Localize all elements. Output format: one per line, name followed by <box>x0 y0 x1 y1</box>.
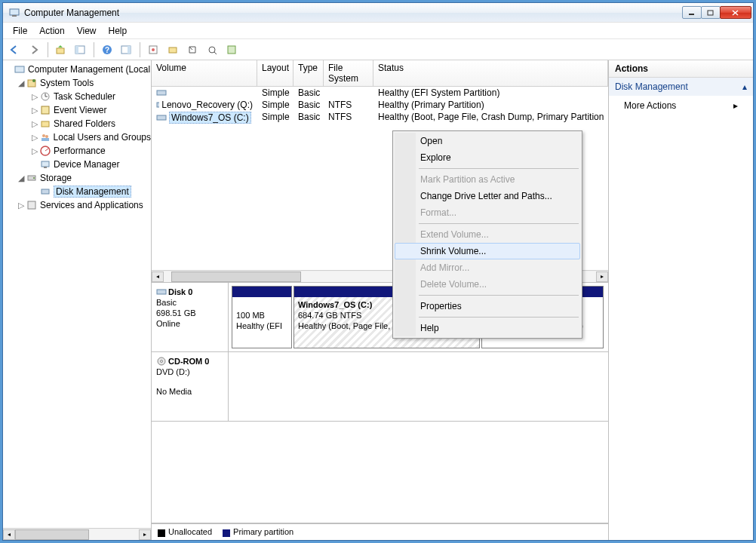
scroll-thumb[interactable] <box>171 272 301 282</box>
tree-pane: Computer Management (Local ◢System Tools… <box>3 60 152 540</box>
svg-point-16 <box>209 47 215 53</box>
cdrom-state: No Media <box>156 386 223 397</box>
volume-row[interactable]: Lenovo_Recovery (Q:)SimpleBasicNTFSHealt… <box>152 99 608 111</box>
tree-device-manager[interactable]: Device Manager <box>3 158 151 171</box>
svg-rect-40 <box>157 115 166 120</box>
context-mark-partition-active: Mark Partition as Active <box>395 171 580 188</box>
tree-performance[interactable]: ▷Performance <box>3 144 151 158</box>
window-title: Computer Management <box>24 8 683 18</box>
svg-point-43 <box>161 360 163 363</box>
column-type[interactable]: Type <box>293 60 324 86</box>
menu-view[interactable]: View <box>71 24 103 38</box>
context-menu: Open Explore Mark Partition as Active Ch… <box>392 130 582 339</box>
context-properties[interactable]: Properties <box>395 298 580 314</box>
volume-row[interactable]: Windows7_OS (C:)SimpleBasicNTFSHealthy (… <box>152 111 608 124</box>
volume-list-header: Volume Layout Type File System Status <box>152 60 608 87</box>
tool-icon[interactable] <box>204 41 220 58</box>
svg-point-35 <box>33 177 35 179</box>
tree-storage[interactable]: ◢Storage <box>3 171 151 185</box>
tree-root[interactable]: Computer Management (Local <box>3 63 151 76</box>
scroll-left-button[interactable]: ◂ <box>3 529 15 540</box>
svg-rect-19 <box>15 66 24 72</box>
toolbar-separator <box>48 42 48 57</box>
scroll-right-button[interactable]: ▸ <box>139 529 151 540</box>
tree-horizontal-scrollbar[interactable]: ◂ ▸ <box>3 528 151 540</box>
scroll-thumb[interactable] <box>15 529 89 540</box>
cdrom-info[interactable]: CD-ROM 0 DVD (D:) No Media <box>152 352 229 421</box>
menu-help[interactable]: Help <box>103 24 134 38</box>
tree-local-users[interactable]: ▷Local Users and Groups <box>3 130 151 144</box>
tree-task-scheduler[interactable]: ▷Task Scheduler <box>3 90 151 103</box>
context-help[interactable]: Help <box>395 320 580 336</box>
svg-rect-0 <box>10 9 19 15</box>
svg-line-17 <box>214 52 217 54</box>
back-button[interactable] <box>7 41 23 58</box>
svg-point-21 <box>32 79 35 82</box>
disk0-state: Online <box>156 318 223 329</box>
tool-icon[interactable] <box>145 41 161 58</box>
tree-event-viewer[interactable]: ▷Event Viewer <box>3 103 151 117</box>
minimize-button[interactable] <box>682 6 702 19</box>
actions-section-disk-management[interactable]: Disk Management ▴ <box>609 78 753 96</box>
show-hide-action-button[interactable] <box>118 41 135 58</box>
svg-rect-29 <box>41 138 49 141</box>
up-button[interactable] <box>53 41 69 58</box>
svg-rect-37 <box>28 201 35 209</box>
maximize-button[interactable] <box>701 6 721 19</box>
scroll-right-button[interactable]: ▸ <box>596 272 608 282</box>
toolbar-separator <box>94 42 94 57</box>
forward-button[interactable] <box>26 41 43 58</box>
svg-rect-32 <box>41 161 49 167</box>
show-hide-tree-button[interactable] <box>72 41 89 58</box>
svg-rect-3 <box>708 11 713 15</box>
actions-more-actions[interactable]: More Actions ▸ <box>609 96 753 115</box>
disk0-info[interactable]: Disk 0 Basic 698.51 GB Online <box>152 283 229 351</box>
column-fs[interactable]: File System <box>324 60 373 86</box>
partition-name: Windows7_OS (C:) <box>298 300 372 309</box>
tree-services-apps[interactable]: ▷Services and Applications <box>3 198 151 212</box>
cdrom-name: CD-ROM 0 <box>168 356 209 367</box>
svg-rect-18 <box>228 46 235 54</box>
legend: Unallocated Primary partition <box>152 523 608 540</box>
volume-row[interactable]: SimpleBasicHealthy (EFI System Partition… <box>152 87 608 99</box>
context-change-drive-letter[interactable]: Change Drive Letter and Paths... <box>395 188 580 204</box>
svg-rect-41 <box>157 290 166 294</box>
context-explore[interactable]: Explore <box>395 149 580 166</box>
tool-icon[interactable] <box>164 41 181 58</box>
menu-file[interactable]: File <box>7 24 33 38</box>
close-button[interactable] <box>720 6 751 19</box>
tree-system-tools[interactable]: ◢System Tools <box>3 76 151 90</box>
computer-management-window: Computer Management File Action View Hel… <box>2 2 754 541</box>
column-volume[interactable]: Volume <box>152 60 257 86</box>
toolbar: ? <box>3 39 753 60</box>
context-open[interactable]: Open <box>395 133 580 149</box>
svg-rect-39 <box>157 103 159 107</box>
legend-primary: Primary partition <box>233 527 293 536</box>
actions-header: Actions <box>609 60 753 78</box>
app-icon <box>8 7 20 19</box>
scroll-left-button[interactable]: ◂ <box>152 272 164 282</box>
tree-shared-folders[interactable]: ▷Shared Folders <box>3 117 151 130</box>
help-button[interactable]: ? <box>99 41 115 58</box>
svg-point-14 <box>152 48 155 51</box>
tool-icon[interactable] <box>223 41 240 58</box>
svg-text:?: ? <box>105 46 109 54</box>
disk0-size: 698.51 GB <box>156 308 223 318</box>
collapse-icon: ▴ <box>742 81 747 92</box>
column-status[interactable]: Status <box>373 60 608 86</box>
partition-efi[interactable]: 100 MBHealthy (EFI <box>232 286 292 348</box>
context-shrink-volume[interactable]: Shrink Volume... <box>395 243 580 259</box>
column-layout[interactable]: Layout <box>257 60 293 86</box>
context-extend-volume: Extend Volume... <box>395 226 580 243</box>
toolbar-separator <box>140 42 140 57</box>
menu-action[interactable]: Action <box>33 24 70 38</box>
context-format: Format... <box>395 204 580 221</box>
tree-disk-management[interactable]: Disk Management <box>3 185 151 198</box>
chevron-right-icon: ▸ <box>733 100 738 111</box>
titlebar[interactable]: Computer Management <box>3 3 753 23</box>
svg-point-28 <box>45 135 48 138</box>
tool-icon[interactable] <box>184 41 201 58</box>
menubar: File Action View Help <box>3 23 753 39</box>
svg-rect-8 <box>75 46 78 54</box>
disk0-name: Disk 0 <box>168 287 192 297</box>
